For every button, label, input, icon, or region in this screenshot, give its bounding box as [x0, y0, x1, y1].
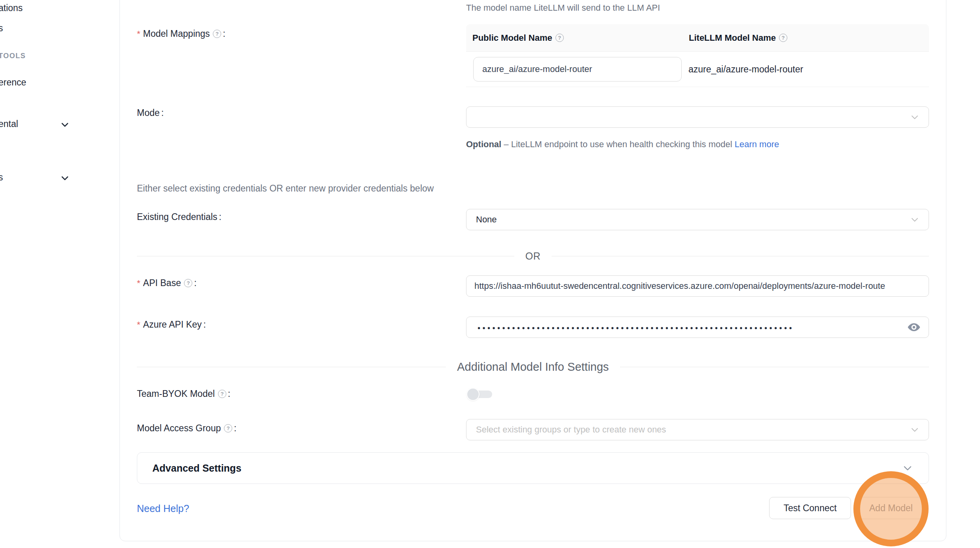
help-icon[interactable]: ?: [555, 34, 564, 42]
sidebar-item-logs[interactable]: s: [0, 23, 3, 34]
chevron-down-icon: [910, 425, 920, 435]
help-icon[interactable]: ?: [779, 34, 787, 42]
test-connect-button[interactable]: Test Connect: [769, 497, 851, 519]
toggle-knob: [466, 388, 480, 401]
model-mappings-table-header: Public Model Name ? LiteLLM Model Name ?: [466, 24, 929, 52]
model-mappings-label: * Model Mappings ? :: [137, 28, 226, 39]
model-access-group-select[interactable]: Select existing groups or type to create…: [466, 419, 929, 440]
azure-api-key-input[interactable]: ••••••••••••••••••••••••••••••••••••••••…: [466, 317, 929, 338]
chevron-down-icon[interactable]: [59, 173, 70, 184]
need-help-link[interactable]: Need Help?: [137, 503, 189, 514]
additional-settings-divider: Additional Model Info Settings: [137, 360, 929, 374]
column-public-model-name: Public Model Name ?: [466, 33, 682, 43]
add-model-page: ations s TOOLS erence ental s The model …: [0, 0, 980, 548]
learn-more-link[interactable]: Learn more: [735, 139, 779, 149]
required-mark: *: [137, 278, 140, 288]
mode-label: Mode:: [137, 108, 164, 118]
sidebar-item-inference[interactable]: erence: [0, 77, 26, 88]
sidebar-section-tools: TOOLS: [0, 52, 26, 60]
sidebar-item-organizations[interactable]: ations: [0, 3, 23, 13]
help-icon[interactable]: ?: [224, 424, 232, 432]
help-icon[interactable]: ?: [184, 279, 192, 287]
add-model-form-card: The model name LiteLLM will send to the …: [119, 0, 946, 541]
existing-credentials-label: Existing Credentials:: [137, 212, 222, 222]
chevron-down-icon[interactable]: [902, 462, 914, 474]
or-divider: OR: [137, 250, 929, 262]
api-base-label: * API Base ? :: [137, 278, 197, 288]
model-access-group-label: Model Access Group ? :: [137, 423, 237, 434]
sidebar: ations s TOOLS erence ental s: [0, 0, 119, 548]
model-mappings-row: azure_ai/azure-model-router: [466, 52, 929, 87]
litellm-model-name-value: azure_ai/azure-model-router: [682, 64, 803, 75]
chevron-down-icon: [910, 214, 920, 225]
chevron-down-icon[interactable]: [59, 119, 70, 130]
model-access-group-placeholder: Select existing groups or type to create…: [476, 425, 666, 435]
advanced-settings-panel[interactable]: Advanced Settings: [137, 452, 929, 484]
help-icon[interactable]: ?: [218, 390, 226, 398]
model-mappings-table: Public Model Name ? LiteLLM Model Name ?…: [466, 24, 929, 87]
add-model-button[interactable]: Add Model: [858, 497, 924, 519]
model-name-hint: The model name LiteLLM will send to the …: [466, 3, 660, 13]
masked-api-key: ••••••••••••••••••••••••••••••••••••••••…: [478, 322, 794, 332]
required-mark: *: [137, 29, 140, 39]
mode-hint: Optional – LiteLLM endpoint to use when …: [466, 137, 794, 152]
column-litellm-model-name: LiteLLM Model Name ?: [682, 33, 787, 43]
azure-api-key-label: * Azure API Key :: [137, 319, 206, 330]
public-model-name-input[interactable]: [473, 57, 682, 82]
existing-credentials-select[interactable]: None: [466, 209, 929, 230]
team-byok-toggle[interactable]: [466, 388, 493, 401]
mode-select[interactable]: [466, 106, 929, 128]
chevron-down-icon: [910, 112, 920, 122]
sidebar-item-experimental[interactable]: ental: [0, 119, 18, 129]
api-base-input[interactable]: [466, 275, 929, 297]
credentials-note: Either select existing credentials OR en…: [137, 183, 434, 194]
eye-icon[interactable]: [906, 321, 921, 333]
sidebar-item-settings[interactable]: s: [0, 172, 3, 183]
advanced-settings-title: Advanced Settings: [152, 463, 241, 474]
team-byok-label: Team-BYOK Model ? :: [137, 389, 230, 399]
required-mark: *: [137, 320, 140, 330]
help-icon[interactable]: ?: [213, 30, 221, 38]
